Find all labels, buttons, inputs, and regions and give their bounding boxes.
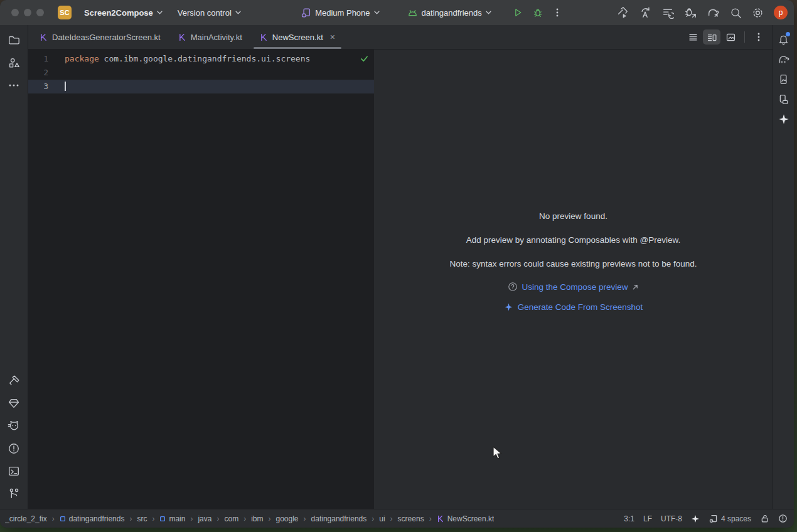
run-configuration-selector[interactable]: datingandfriends [402, 6, 496, 20]
generate-code-link[interactable]: Generate Code From Screenshot [518, 302, 643, 312]
settings-button[interactable] [749, 4, 766, 21]
more-tool-windows-button[interactable] [4, 75, 24, 95]
kotlin-file-icon [260, 33, 268, 41]
project-tool-button[interactable] [4, 30, 24, 50]
tab-dateideasgeneratorscreen[interactable]: DateIdeasGeneratorScreen.kt [31, 25, 169, 49]
question-circle-icon [508, 282, 518, 292]
breadcrumb-item[interactable]: datingandfriends [311, 514, 367, 523]
resource-manager-button[interactable] [4, 53, 24, 73]
shapes-icon [8, 56, 20, 69]
breadcrumb-separator: › [217, 514, 219, 523]
breadcrumb-item-file[interactable]: NewScreen.kt [437, 514, 495, 523]
divider [744, 31, 745, 43]
left-tool-stripe [0, 25, 28, 509]
app-icon: SC [58, 6, 72, 19]
device-manager-button[interactable] [775, 90, 793, 108]
gradle-tool-button[interactable] [775, 50, 793, 68]
line-number[interactable]: 2 [28, 66, 65, 80]
breadcrumb-item[interactable]: com [224, 514, 238, 523]
error-status-icon[interactable] [778, 514, 788, 523]
breadcrumb-label: ui [379, 514, 385, 523]
code-line-3-current: 3 [28, 80, 374, 93]
breadcrumb-item[interactable]: main [159, 514, 185, 523]
compose-preview-help-link[interactable]: Using the Compose preview [522, 282, 628, 292]
breadcrumb-separator: › [390, 514, 393, 523]
more-run-actions-button[interactable] [550, 5, 564, 20]
breadcrumb-item[interactable]: src [137, 514, 147, 523]
close-tab-icon[interactable]: × [330, 33, 335, 41]
breadcrumb-item[interactable]: java [198, 514, 211, 523]
split-view-button[interactable] [703, 29, 720, 45]
version-control-menu[interactable]: Version control [173, 6, 246, 20]
unlocked-icon[interactable] [760, 514, 769, 523]
chevron-down-icon [486, 11, 491, 14]
split-view-icon [707, 32, 717, 43]
user-avatar[interactable]: p [774, 6, 788, 19]
indent-label: 4 spaces [721, 514, 751, 523]
apply-changes-button[interactable] [636, 4, 654, 21]
device-selector[interactable]: Medium Phone [296, 5, 384, 21]
code-keyword: package [65, 54, 99, 63]
breadcrumb-item[interactable]: ui [379, 514, 385, 523]
exclamation-circle-icon [8, 442, 20, 455]
breadcrumb-label: com [224, 514, 238, 523]
debug-button[interactable] [530, 5, 545, 20]
gradle-sync-button[interactable] [704, 4, 722, 21]
breadcrumb-label: src [137, 514, 147, 523]
line-number[interactable]: 1 [28, 52, 65, 66]
hammer-icon [8, 375, 20, 387]
gemini-button[interactable] [775, 110, 793, 128]
breadcrumb-label: _circle_2_fix [5, 514, 47, 523]
breadcrumb-item[interactable]: _circle_2_fix [5, 514, 47, 523]
run-config-name: datingandfriends [422, 8, 482, 18]
breadcrumb-label: screens [398, 514, 424, 523]
minimize-window-button[interactable] [24, 9, 31, 16]
breadcrumb-item[interactable]: ibm [251, 514, 263, 523]
breadcrumb-separator: › [372, 514, 374, 523]
breadcrumb-item[interactable]: google [275, 514, 298, 523]
ai-sparkle-icon[interactable] [691, 514, 700, 523]
line-number[interactable]: 3 [28, 80, 65, 93]
breadcrumb-label: java [198, 514, 211, 523]
project-selector[interactable]: Screen2Compose [79, 6, 168, 20]
git-branch-icon [8, 487, 20, 500]
line-ending-widget[interactable]: LF [643, 514, 652, 523]
search-everywhere-button[interactable] [727, 4, 744, 21]
build-run-button[interactable] [614, 4, 631, 21]
build-tool-button[interactable] [4, 371, 24, 391]
breadcrumb-item[interactable]: datingandfriends [60, 514, 125, 523]
design-view-button[interactable] [722, 29, 739, 45]
apply-code-changes-button[interactable] [659, 4, 677, 21]
code-view-button[interactable] [684, 29, 702, 45]
attach-debugger-button[interactable] [682, 4, 699, 21]
app-quality-insights-button[interactable] [4, 393, 24, 413]
kotlin-file-icon [437, 515, 444, 523]
run-button[interactable] [510, 5, 525, 20]
main-area: DateIdeasGeneratorScreen.kt MainActivity… [0, 25, 794, 509]
zoom-window-button[interactable] [36, 9, 44, 16]
problems-button[interactable] [4, 439, 24, 459]
indent-widget[interactable]: 4 spaces [709, 514, 751, 523]
inspection-ok-icon[interactable] [360, 54, 369, 63]
logcat-button[interactable] [4, 416, 24, 436]
breadcrumb-label: main [169, 514, 185, 523]
encoding-widget[interactable]: UTF-8 [661, 514, 682, 523]
editor-options-button[interactable] [750, 29, 768, 45]
notifications-button[interactable] [775, 30, 793, 48]
status-bar-widgets: 3:1 LF UTF-8 4 spaces [624, 514, 788, 523]
preview-message-secondary: Add preview by annotating Composables wi… [374, 234, 773, 247]
titlebar: SC Screen2Compose Version control Medium… [0, 0, 794, 25]
breadcrumb-item[interactable]: screens [398, 514, 424, 523]
window-controls [11, 9, 44, 16]
close-window-button[interactable] [11, 9, 19, 16]
terminal-button[interactable] [4, 461, 24, 481]
caret-position-widget[interactable]: 3:1 [624, 514, 634, 523]
version-control-tool-button[interactable] [4, 484, 24, 504]
tab-label: DateIdeasGeneratorScreen.kt [52, 33, 161, 42]
running-devices-button[interactable] [775, 70, 793, 88]
tab-mainactivity[interactable]: MainActivity.kt [169, 25, 251, 49]
right-tool-stripe [773, 25, 794, 509]
code-editor[interactable]: 1 package com.ibm.google.datingandfriend… [28, 50, 374, 509]
tab-newscreen[interactable]: NewScreen.kt × [251, 25, 344, 49]
sparkle-icon [504, 302, 513, 312]
